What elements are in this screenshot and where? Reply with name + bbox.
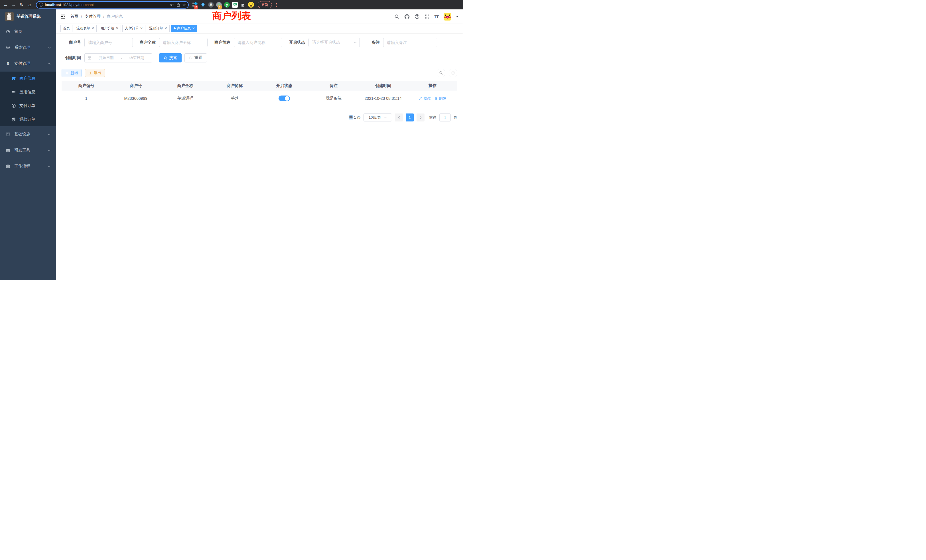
url-bar[interactable]: i localhost:1024/pay/merchant ☆ xyxy=(36,1,189,9)
cell-id: 1 xyxy=(62,96,111,101)
toolbox-icon xyxy=(6,148,10,153)
page-size-select[interactable]: 10条/页 xyxy=(363,114,392,121)
sidebar-item-pay[interactable]: ¥ 支付管理 xyxy=(0,56,56,71)
dashboard-icon xyxy=(6,29,10,34)
sidebar-item-label: 支付订单 xyxy=(20,103,35,108)
search-button[interactable]: 搜索 xyxy=(159,53,182,62)
extension-gem-icon[interactable] xyxy=(200,2,206,8)
avatar-caret-icon[interactable] xyxy=(456,16,458,17)
key-icon[interactable] xyxy=(170,3,174,7)
chevron-up-icon xyxy=(48,63,51,65)
sidebar-item-pay-order[interactable]: 支付订单 xyxy=(0,99,56,113)
chevron-down-icon xyxy=(48,133,51,135)
breadcrumb-section[interactable]: 支付管理 xyxy=(85,14,101,19)
short-name-input[interactable] xyxy=(234,38,282,47)
browser-update-button[interactable]: 更新 xyxy=(258,1,272,8)
export-button[interactable]: 导出 xyxy=(85,69,105,77)
extension-command-icon[interactable]: ⌘ xyxy=(207,2,214,8)
help-icon[interactable] xyxy=(415,14,420,19)
extension-chat-icon[interactable] xyxy=(232,2,238,8)
status-label: 开启状态 xyxy=(289,40,305,45)
remark-input[interactable] xyxy=(383,38,437,47)
sidebar-item-label: 研发工具 xyxy=(14,148,30,153)
edit-button[interactable]: 修改 xyxy=(419,96,431,101)
col-header: 创建时间 xyxy=(359,83,408,88)
browser-reload-icon[interactable]: ↻ xyxy=(18,2,25,8)
col-header: 备注 xyxy=(309,83,359,88)
add-button[interactable]: 新增 xyxy=(62,69,82,77)
sidebar-logo-row[interactable]: 芋道管理系统 xyxy=(0,9,56,24)
avatar[interactable] xyxy=(443,13,451,21)
sidebar-item-label: 退款订单 xyxy=(20,117,35,122)
share-icon[interactable] xyxy=(176,3,180,7)
extension-tiles-icon[interactable]: 10 xyxy=(192,2,198,8)
sidebar-item-label: 应用信息 xyxy=(20,89,35,95)
extension-notifier-icon[interactable]: 1 xyxy=(216,2,222,8)
sidebar-item-infra[interactable]: 基础设施 xyxy=(0,126,56,142)
refresh-icon xyxy=(451,71,455,75)
full-name-input[interactable] xyxy=(159,38,207,47)
status-select[interactable]: 请选择开启状态 xyxy=(309,38,360,47)
extensions-puzzle-icon[interactable] xyxy=(239,2,246,8)
prev-page-button[interactable] xyxy=(395,114,403,121)
main-content: 商户列表 首页 / 支付管理 / 商户信息 xyxy=(56,9,463,280)
header-search-icon[interactable] xyxy=(394,14,399,19)
font-size-icon[interactable]: TT xyxy=(434,14,439,19)
bookmark-star-icon[interactable]: ☆ xyxy=(182,3,186,7)
calendar-icon xyxy=(88,56,92,60)
sidebar-item-home[interactable]: 首页 xyxy=(0,24,56,39)
chevron-down-icon xyxy=(384,117,387,118)
breadcrumb: 首页 / 支付管理 / 商户信息 xyxy=(70,14,123,19)
filter-form: 商户号 商户全称 商户简称 开启状态 请选择开启状态 xyxy=(56,33,463,62)
breadcrumb-current: 商户信息 xyxy=(107,14,123,19)
delete-button[interactable]: 删除 xyxy=(434,96,446,101)
tag-home[interactable]: 首页 xyxy=(61,25,73,32)
github-icon[interactable] xyxy=(404,14,410,20)
merchant-no-input[interactable] xyxy=(85,38,133,47)
tag-user-group[interactable]: 用户分组 ✕ xyxy=(98,25,121,32)
next-page-button[interactable] xyxy=(416,114,425,121)
breadcrumb-home[interactable]: 首页 xyxy=(70,14,79,19)
page-number-1[interactable]: 1 xyxy=(406,114,414,121)
sidebar-item-system[interactable]: 系统管理 xyxy=(0,39,56,56)
extension-badge: 10 xyxy=(194,5,198,9)
close-icon[interactable]: ✕ xyxy=(116,27,118,30)
sidebar-item-label: 商户信息 xyxy=(20,76,35,81)
sidebar-item-refund-order[interactable]: 退款订单 xyxy=(0,113,56,126)
sidebar-item-devtools[interactable]: 研发工具 xyxy=(0,142,56,158)
yen-circle-icon xyxy=(11,103,16,108)
profile-emoji-icon[interactable] xyxy=(247,2,254,8)
refresh-button[interactable] xyxy=(449,69,457,77)
close-icon[interactable]: ✕ xyxy=(192,27,195,30)
hamburger-icon[interactable] xyxy=(61,14,66,19)
create-time-label: 创建时间 xyxy=(62,55,81,61)
sidebar-item-merchant-info[interactable]: 商户信息 xyxy=(0,71,56,85)
close-icon[interactable]: ✕ xyxy=(92,27,94,30)
sidebar-item-app-info[interactable]: 应用信息 xyxy=(0,85,56,99)
extension-y-icon[interactable]: y xyxy=(224,2,230,8)
browser-menu-icon[interactable]: ⋮ xyxy=(274,2,279,8)
tag-process-form[interactable]: 流程表单 ✕ xyxy=(74,25,97,32)
browser-home-icon[interactable]: ⌂ xyxy=(26,2,33,8)
tag-refund-order[interactable]: 退款订单 ✕ xyxy=(147,25,169,32)
close-icon[interactable]: ✕ xyxy=(165,27,167,30)
url-text[interactable]: localhost:1024/pay/merchant xyxy=(45,3,168,7)
table-row: 1 M233666999 芋道源码 芋艿 我是备注 2021-10-23 08:… xyxy=(62,91,457,106)
browser-forward-icon[interactable]: → xyxy=(10,2,17,8)
toggle-search-button[interactable] xyxy=(437,69,445,77)
sidebar-item-workflow[interactable]: 工作流程 xyxy=(0,158,56,174)
goto-page-input[interactable] xyxy=(439,114,451,121)
site-info-icon[interactable]: i xyxy=(39,3,43,7)
date-range-picker[interactable]: 开始日期 - 结束日期 xyxy=(85,53,152,62)
annotation-merchant-list: 商户列表 xyxy=(212,9,251,23)
reset-button[interactable]: 重置 xyxy=(185,53,207,62)
browser-back-icon[interactable]: ← xyxy=(2,2,9,8)
status-toggle[interactable] xyxy=(278,95,290,101)
tag-merchant-info[interactable]: 商户信息 ✕ xyxy=(171,25,197,32)
rabbit-logo xyxy=(5,12,14,21)
tag-pay-order[interactable]: 支付订单 ✕ xyxy=(122,25,145,32)
table-toolbar: 新增 导出 xyxy=(56,69,463,77)
fullscreen-icon[interactable] xyxy=(425,14,430,19)
notification-badge: 1 xyxy=(218,5,222,9)
close-icon[interactable]: ✕ xyxy=(140,27,142,30)
